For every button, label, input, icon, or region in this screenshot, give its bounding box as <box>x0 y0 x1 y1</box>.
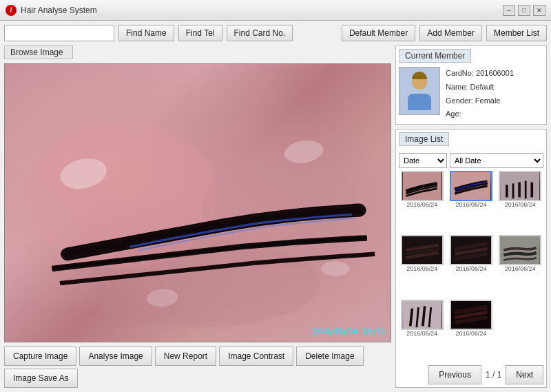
thumbnail-item-1[interactable]: 2016/06/24 <box>399 171 445 232</box>
browse-label: Browse Image <box>4 45 73 59</box>
find-name-button[interactable]: Find Name <box>118 25 174 41</box>
thumbnail-image-8[interactable] <box>450 300 492 330</box>
default-member-button[interactable]: Default Member <box>342 25 415 41</box>
minimize-button[interactable]: ─ <box>503 5 515 16</box>
card-no-row: CardNo: 201606001 <box>446 67 514 81</box>
title-bar-left: i Hair Analyse System <box>6 5 97 16</box>
member-section: Current Member <box>395 45 547 125</box>
hair-overlay <box>5 64 391 342</box>
thumbnail-item-6[interactable]: 2016/06/24 <box>497 235 543 296</box>
svg-point-1 <box>202 152 360 269</box>
thumbnail-item-5[interactable]: 2016/06/24 <box>448 235 494 296</box>
search-input[interactable] <box>4 25 114 41</box>
svg-point-2 <box>83 240 320 327</box>
capture-image-button[interactable]: Capture Image <box>4 347 76 366</box>
member-info: CardNo: 201606001 Name: Default Gender: … <box>399 67 543 121</box>
title-bar: i Hair Analyse System ─ □ ✕ <box>0 0 551 21</box>
analyse-image-button[interactable]: Analyse Image <box>79 347 152 366</box>
thumbnail-item-2[interactable]: 2016/06/24 <box>448 171 494 232</box>
card-no-value: 201606001 <box>476 69 514 77</box>
restore-button[interactable]: □ <box>518 5 530 16</box>
find-tel-button[interactable]: Find Tel <box>178 25 222 41</box>
toolbar: Find Name Find Tel Find Card No. Default… <box>4 25 547 41</box>
card-no-label: CardNo: <box>446 69 474 77</box>
avatar-figure <box>408 72 431 110</box>
age-label: Age: <box>446 110 461 118</box>
thumbnail-item-7[interactable]: 2016/06/24 <box>399 300 445 361</box>
main-content: Find Name Find Tel Find Card No. Default… <box>0 21 551 392</box>
avatar-body <box>408 94 431 110</box>
page-info: 1 / 1 <box>486 370 501 380</box>
previous-button[interactable]: Previous <box>428 365 481 384</box>
thumbnail-date-3: 2016/06/24 <box>505 201 536 208</box>
date-filter-select[interactable]: Date <box>399 153 447 168</box>
member-avatar <box>399 67 440 115</box>
thumbnail-image-3[interactable] <box>499 171 541 201</box>
image-list-section: Image List Date All Date <box>395 129 547 388</box>
thumbnail-grid: 2016/06/24 2016/06/24 <box>399 171 543 361</box>
gender-label: Gender: <box>446 96 473 105</box>
current-member-label: Current Member <box>399 49 471 63</box>
svg-point-3 <box>56 154 110 193</box>
thumbnail-date-1: 2016/06/24 <box>406 201 437 208</box>
app-title: Hair Analyse System <box>21 6 97 15</box>
add-member-button[interactable]: Add Member <box>419 25 482 41</box>
image-timestamp: 2016/06/24 19:51 <box>312 327 385 336</box>
image-list-label: Image List <box>399 132 449 146</box>
thumbnail-date-7: 2016/06/24 <box>406 330 437 337</box>
thumbnail-image-2[interactable] <box>450 171 492 201</box>
thumbnail-item-3[interactable]: 2016/06/24 <box>497 171 543 232</box>
thumbnail-image-5[interactable] <box>450 235 492 265</box>
thumbnail-date-2: 2016/06/24 <box>455 201 486 208</box>
app-icon: i <box>6 5 17 16</box>
find-card-no-button[interactable]: Find Card No. <box>227 25 293 41</box>
image-contrast-button[interactable]: Image Contrast <box>219 347 293 366</box>
thumbnail-item-8[interactable]: 2016/06/24 <box>448 300 494 361</box>
pagination: Previous 1 / 1 Next <box>399 364 543 384</box>
member-details: CardNo: 201606001 Name: Default Gender: … <box>446 67 514 121</box>
body-area: Browse Image <box>4 45 547 388</box>
thumbnail-image-7[interactable] <box>401 300 444 330</box>
close-button[interactable]: ✕ <box>533 5 545 16</box>
new-report-button[interactable]: New Report <box>155 347 216 366</box>
right-panel: Current Member <box>395 45 547 388</box>
name-label: Name: <box>446 83 468 91</box>
thumbnail-item-4[interactable]: 2016/06/24 <box>399 235 445 296</box>
next-button[interactable]: Next <box>506 365 543 384</box>
delete-image-button[interactable]: Delete Image <box>296 347 363 366</box>
thumbnail-image-4[interactable] <box>401 235 444 265</box>
svg-point-4 <box>282 138 325 166</box>
member-list-button[interactable]: Member List <box>486 25 547 41</box>
thumbnail-date-6: 2016/06/24 <box>505 265 536 272</box>
image-save-as-button[interactable]: Image Save As <box>4 369 78 388</box>
thumbnail-image-6[interactable] <box>499 235 541 265</box>
gender-value: Female <box>475 96 501 105</box>
avatar-head-wrap <box>412 72 427 87</box>
gender-row: Gender: Female <box>446 94 514 108</box>
thumbnail-date-5: 2016/06/24 <box>455 265 486 272</box>
browse-label-container: Browse Image <box>4 45 391 59</box>
thumbnail-date-8: 2016/06/24 <box>455 330 486 337</box>
image-area: 2016/06/24 19:51 <box>4 63 391 342</box>
thumbnail-image-1[interactable] <box>401 171 444 201</box>
svg-point-6 <box>321 261 349 276</box>
thumbnail-date-4: 2016/06/24 <box>406 265 437 272</box>
all-date-filter-select[interactable]: All Date <box>450 153 543 168</box>
left-panel: Browse Image <box>4 45 391 388</box>
filter-row: Date All Date <box>399 153 543 168</box>
hair-canvas: 2016/06/24 19:51 <box>5 64 391 342</box>
svg-point-5 <box>146 288 179 308</box>
avatar-hair <box>412 72 427 79</box>
svg-point-0 <box>28 123 217 269</box>
action-bar: Capture Image Analyse Image New Report I… <box>4 347 391 388</box>
window-controls: ─ □ ✕ <box>503 5 545 16</box>
name-row: Name: Default <box>446 81 514 94</box>
age-row: Age: <box>446 107 514 121</box>
name-value: Default <box>470 83 494 91</box>
